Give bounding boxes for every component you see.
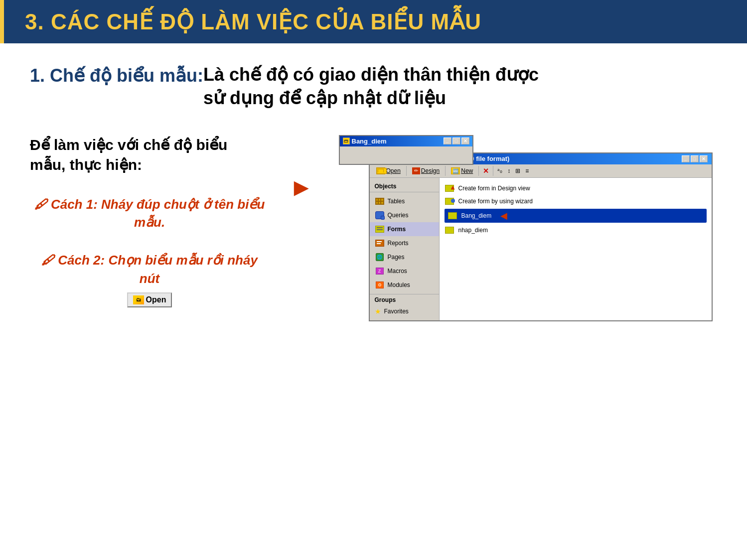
access-db-window: 🗄 qlhs : Database (Access 2000 file form…	[369, 152, 713, 321]
bang-diem-window: 🗃 Bang_diem _ □ ✕	[339, 135, 473, 165]
toolbar-new-icon: 🆕	[451, 167, 460, 174]
cach1-text: 🖊 Cách 1: Nháy đúp chuột ở tên biểu mẫu.	[30, 195, 269, 232]
toolbar-sep3	[478, 166, 479, 176]
bang-diem-title-left: 🗃 Bang_diem	[343, 138, 387, 145]
section1-row: 1. Chế độ biểu mẫu: Là chế độ có giao di…	[30, 63, 717, 110]
db-maximize-btn[interactable]: □	[691, 155, 699, 162]
working-text: Để làm việc với chế độ biểu mẫu, thực hi…	[30, 135, 269, 175]
toolbar-sep4	[493, 166, 493, 176]
toolbar-design-icon: ✏	[412, 167, 420, 174]
toolbar-filter-icon: ↕	[505, 167, 512, 174]
reports-label: Reports	[388, 240, 409, 247]
favorites-label: Favorites	[384, 308, 409, 315]
toolbar-sort-icon: ᵃ₀	[495, 167, 504, 174]
bang-diem-minimize-btn[interactable]: _	[444, 138, 451, 144]
pages-icon: 🌐	[375, 253, 385, 262]
toolbar-delete-btn[interactable]: ✕	[481, 167, 491, 175]
desc-line2: sử dụng để cập nhật dữ liệu	[203, 88, 446, 108]
queries-label: Queries	[388, 212, 409, 219]
toolbar-open-btn[interactable]: 📂 Open	[373, 166, 404, 176]
main-content: 1. Chế độ biểu mẫu: Là chế độ có giao di…	[0, 43, 747, 337]
nav-item-macros[interactable]: Z Macros	[370, 264, 439, 278]
nav-item-reports[interactable]: Reports	[370, 236, 439, 250]
bang-diem-arrow-icon: ◀	[500, 210, 507, 221]
action-create-wizard[interactable]: Create form by using wizard	[445, 196, 707, 207]
bang-diem-title-text: Bang_diem	[352, 138, 387, 145]
modules-label: Modules	[388, 281, 410, 288]
macros-icon: Z	[375, 267, 385, 276]
action-create-design[interactable]: Create form in Design view	[445, 183, 707, 194]
cach2-text: 🖊 Cách 2: Chọn biểu mẫu rồi nháy nút	[30, 251, 269, 287]
toolbar-sep1	[406, 166, 407, 176]
toolbar-design-btn[interactable]: ✏ Design	[409, 166, 443, 176]
bang-diem-titlebar-icon: 🗃	[343, 138, 350, 144]
favorites-item[interactable]: ★ Favorites	[370, 305, 439, 317]
nav-item-pages[interactable]: 🌐 Pages	[370, 250, 439, 264]
pages-label: Pages	[388, 254, 405, 261]
desc-line1: Là chế độ có giao diện thân thiện được	[203, 64, 539, 85]
open-btn-label: Open	[146, 295, 166, 304]
page-title: 3. CÁC CHẾ ĐỘ LÀM VIỆC CỦA BIỂU MẪU	[25, 9, 481, 34]
arrow-container: ►	[289, 135, 319, 200]
open-btn-icon: 🗂	[133, 295, 144, 304]
db-content: Objects Tables	[370, 178, 712, 320]
create-design-icon	[445, 184, 454, 193]
toolbar-list-icon: ≡	[523, 167, 531, 174]
cach1-item: 🖊 Cách 1: Nháy đúp chuột ở tên biểu mẫu.	[30, 195, 269, 232]
nhap-diem-item[interactable]: nhap_diem	[445, 225, 707, 236]
objects-header: Objects	[370, 181, 439, 192]
nav-item-forms[interactable]: Forms	[370, 222, 439, 236]
header-bar: 3. CÁC CHẾ ĐỘ LÀM VIỆC CỦA BIỂU MẪU	[0, 0, 747, 43]
forms-label: Forms	[388, 226, 406, 233]
db-left-panel: Objects Tables	[370, 178, 440, 320]
modules-icon: ⚙	[375, 280, 385, 289]
toolbar-sep2	[445, 166, 446, 176]
left-col: Để làm việc với chế độ biểu mẫu, thực hi…	[30, 135, 269, 328]
nav-item-tables[interactable]: Tables	[370, 194, 439, 208]
tables-icon	[375, 197, 385, 206]
toolbar-design-label: Design	[421, 167, 440, 174]
bang-diem-list-label: Bang_diem	[461, 212, 492, 219]
db-titlebar-btns[interactable]: _ □ ✕	[682, 155, 708, 162]
arrow-right-icon: ►	[289, 175, 314, 200]
create-wizard-icon	[445, 197, 454, 206]
toolbar-new-btn[interactable]: 🆕 New	[448, 166, 476, 176]
forms-icon	[375, 225, 385, 234]
toolbar-grid-icon: ⊞	[513, 167, 522, 174]
bang-diem-maximize-btn[interactable]: □	[452, 138, 460, 144]
create-wizard-label: Create form by using wizard	[458, 198, 533, 205]
db-right-panel: Create form in Design view Create form b…	[440, 178, 712, 320]
bang-diem-body	[340, 146, 472, 161]
yellow-accent-bar	[0, 0, 4, 43]
groups-label: Groups	[370, 294, 439, 305]
bottom-row: Để làm việc với chế độ biểu mẫu, thực hi…	[30, 135, 717, 328]
bang-diem-list-item[interactable]: Bang_diem ◀	[445, 209, 707, 223]
create-design-label: Create form in Design view	[458, 185, 530, 192]
open-button[interactable]: 🗂 Open	[127, 292, 172, 307]
reports-icon	[375, 239, 385, 248]
nav-item-queries[interactable]: Queries	[370, 208, 439, 222]
tables-label: Tables	[388, 198, 405, 205]
toolbar-new-label: New	[461, 167, 473, 174]
db-toolbar: 📂 Open ✏ Design 🆕 New ✕	[370, 164, 712, 178]
bang-diem-close-btn[interactable]: ✕	[461, 138, 469, 144]
db-minimize-btn[interactable]: _	[682, 155, 690, 162]
favorites-icon: ★	[375, 307, 381, 315]
macros-label: Macros	[388, 268, 407, 275]
nhap-diem-icon	[445, 226, 454, 235]
right-col: 🗃 Bang_diem _ □ ✕	[339, 135, 718, 324]
db-close-btn[interactable]: ✕	[700, 155, 708, 162]
section1-desc: Là chế độ có giao diện thân thiện được s…	[203, 63, 717, 110]
bang-diem-list-icon	[448, 211, 457, 220]
queries-icon	[375, 211, 385, 220]
bang-diem-titlebar: 🗃 Bang_diem _ □ ✕	[340, 136, 472, 146]
section1-label: 1. Chế độ biểu mẫu:	[30, 63, 203, 86]
toolbar-open-icon: 📂	[376, 167, 385, 174]
bang-diem-titlebar-btns[interactable]: _ □ ✕	[444, 138, 469, 144]
nav-item-modules[interactable]: ⚙ Modules	[370, 278, 439, 292]
nhap-diem-label: nhap_diem	[458, 227, 488, 234]
toolbar-open-label: Open	[386, 167, 401, 174]
cach2-item: 🖊 Cách 2: Chọn biểu mẫu rồi nháy nút 🗂 O…	[30, 251, 269, 307]
